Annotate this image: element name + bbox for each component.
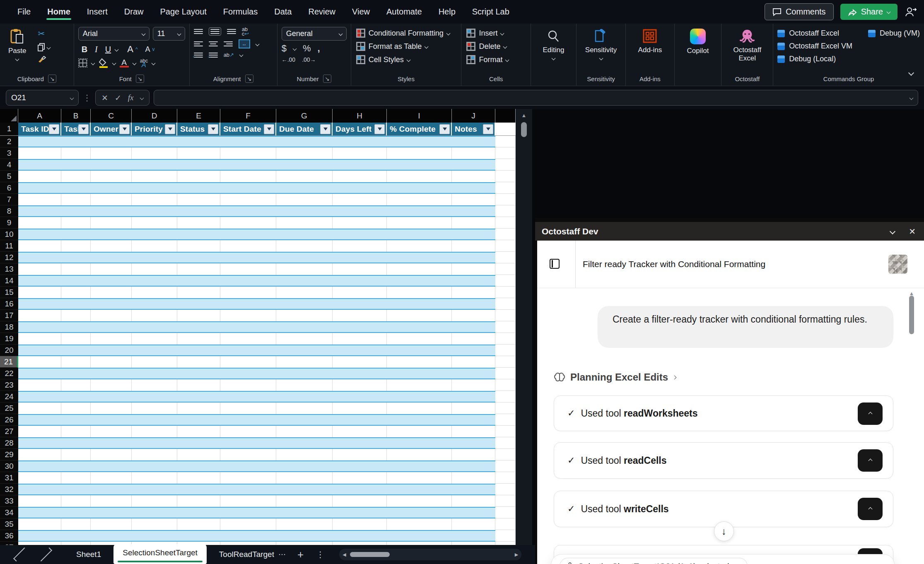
cell-C27[interactable]: [91, 426, 132, 437]
cell-D14[interactable]: [132, 275, 177, 287]
cell-I31[interactable]: [387, 472, 452, 484]
collapse-tool-button[interactable]: [858, 498, 883, 520]
cell-F25[interactable]: [220, 403, 276, 414]
orientation-button[interactable]: ab↗: [224, 52, 234, 58]
row-header-14[interactable]: 14: [0, 275, 18, 287]
filter-dropdown-icon[interactable]: [165, 124, 175, 134]
font-dialog-launcher[interactable]: ↘: [136, 75, 144, 83]
row-header-4[interactable]: 4: [0, 159, 18, 171]
cell-B36[interactable]: [61, 530, 91, 542]
filter-dropdown-icon[interactable]: [119, 124, 130, 134]
column-header-I[interactable]: I: [387, 109, 452, 123]
cell-J35[interactable]: [452, 518, 495, 530]
cell-E15[interactable]: [177, 287, 220, 298]
cell-G33[interactable]: [276, 495, 333, 507]
cell-H14[interactable]: [333, 275, 387, 287]
cell-J20[interactable]: [452, 345, 495, 356]
cell-C10[interactable]: [91, 229, 132, 240]
cell-D21[interactable]: [132, 356, 177, 368]
table-header-owner[interactable]: Owner: [91, 123, 132, 135]
cell-C32[interactable]: [91, 484, 132, 495]
cell-B5[interactable]: [61, 171, 91, 182]
cell-C28[interactable]: [91, 437, 132, 449]
table-header-notes[interactable]: Notes: [452, 123, 495, 135]
cell-H37[interactable]: [333, 542, 387, 545]
clipboard-dialog-launcher[interactable]: ↘: [48, 75, 56, 83]
column-header-F[interactable]: F: [220, 109, 276, 123]
cell-K18[interactable]: [495, 321, 516, 333]
percent-button[interactable]: %: [303, 43, 311, 54]
cell-D11[interactable]: [132, 240, 177, 252]
cell-G13[interactable]: [276, 263, 333, 275]
cell-G8[interactable]: [276, 205, 333, 217]
cell-I20[interactable]: [387, 345, 452, 356]
cell-C2[interactable]: [91, 136, 132, 147]
cell-C14[interactable]: [91, 275, 132, 287]
column-header-D[interactable]: D: [132, 109, 177, 123]
row-header-17[interactable]: 17: [0, 310, 18, 321]
share-button[interactable]: Share: [840, 4, 897, 20]
editing-button[interactable]: Editing: [535, 27, 572, 61]
cell-G2[interactable]: [276, 136, 333, 147]
cell-E9[interactable]: [177, 217, 220, 229]
cell-B11[interactable]: [61, 240, 91, 252]
ribbon-tab-home[interactable]: Home: [41, 3, 77, 21]
number-format-select[interactable]: General: [282, 27, 347, 41]
selection-chip[interactable]: SelectionSheetTarget!O21 (1x1) selected …: [560, 558, 748, 564]
grid-vscroll-thumb[interactable]: [521, 122, 527, 137]
cell-J33[interactable]: [452, 495, 495, 507]
cell-F22[interactable]: [220, 368, 276, 379]
cell-J26[interactable]: [452, 414, 495, 426]
row-header-29[interactable]: 29: [0, 449, 18, 460]
pane-collapse-chevron-icon[interactable]: [890, 228, 895, 234]
cell-G16[interactable]: [276, 298, 333, 310]
row-header-23[interactable]: 23: [0, 379, 18, 391]
ribbon-tab-script-lab[interactable]: Script Lab: [466, 3, 516, 21]
row-header-19[interactable]: 19: [0, 333, 18, 345]
cell-F16[interactable]: [220, 298, 276, 310]
cell-G12[interactable]: [276, 252, 333, 263]
ribbon-tab-draw[interactable]: Draw: [118, 3, 150, 21]
cell-D32[interactable]: [132, 484, 177, 495]
cell-A9[interactable]: [18, 217, 61, 229]
cell-E4[interactable]: [177, 159, 220, 171]
grid-vertical-scrollbar[interactable]: ▲: [516, 109, 532, 545]
cell-H16[interactable]: [333, 298, 387, 310]
cell-J2[interactable]: [452, 136, 495, 147]
select-all-corner[interactable]: [0, 109, 18, 123]
cell-F10[interactable]: [220, 229, 276, 240]
cell-F15[interactable]: [220, 287, 276, 298]
person-add-icon[interactable]: [904, 6, 917, 18]
cell-D6[interactable]: [132, 182, 177, 194]
cell-E13[interactable]: [177, 263, 220, 275]
cell-F28[interactable]: [220, 437, 276, 449]
cell-H29[interactable]: [333, 449, 387, 460]
cell-J14[interactable]: [452, 275, 495, 287]
cell-F21[interactable]: [220, 356, 276, 368]
table-header-task[interactable]: Task: [61, 123, 91, 135]
cell-H24[interactable]: [333, 391, 387, 403]
cell-C20[interactable]: [91, 345, 132, 356]
row-header-37[interactable]: 37: [0, 542, 18, 545]
cell-H5[interactable]: [333, 171, 387, 182]
cell-E34[interactable]: [177, 507, 220, 518]
cell-H28[interactable]: [333, 437, 387, 449]
row-header-28[interactable]: 28: [0, 437, 18, 449]
cell-I25[interactable]: [387, 403, 452, 414]
cell-H8[interactable]: [333, 205, 387, 217]
cell-G3[interactable]: [276, 147, 333, 159]
cell-C18[interactable]: [91, 321, 132, 333]
cell-D20[interactable]: [132, 345, 177, 356]
column-header-partial[interactable]: [495, 109, 516, 123]
cell-G6[interactable]: [276, 182, 333, 194]
cell-E24[interactable]: [177, 391, 220, 403]
table-header--complete[interactable]: % Complete: [387, 123, 452, 135]
cell-A7[interactable]: [18, 194, 61, 205]
cell-K20[interactable]: [495, 345, 516, 356]
cell-F19[interactable]: [220, 333, 276, 345]
cell-H23[interactable]: [333, 379, 387, 391]
cell-H4[interactable]: [333, 159, 387, 171]
cell-I5[interactable]: [387, 171, 452, 182]
enter-button[interactable]: ✓: [115, 93, 121, 103]
cell-E17[interactable]: [177, 310, 220, 321]
